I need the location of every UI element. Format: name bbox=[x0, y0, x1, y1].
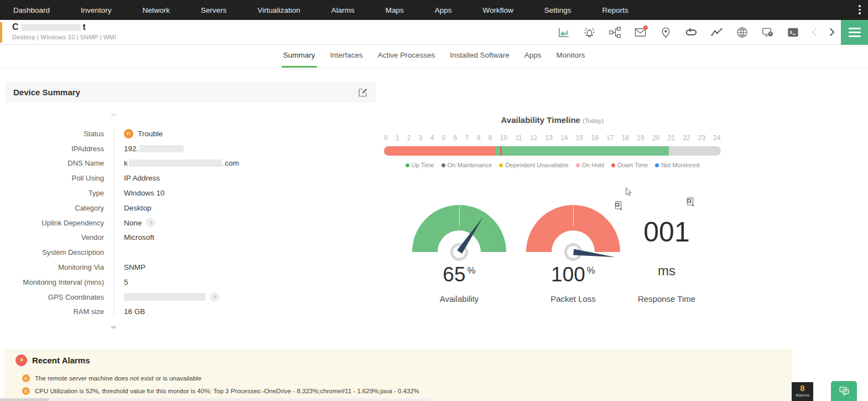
legend-item: On Maintenance bbox=[441, 162, 492, 168]
alarm-row[interactable]: !! CPU Utilization is 52%, threshold val… bbox=[22, 387, 419, 395]
timeline-title: Availability Timeline (Today) bbox=[384, 115, 721, 125]
legend-item: Down Time bbox=[611, 162, 648, 168]
alarm-message: CPU Utilization is 52%, threshold value … bbox=[35, 388, 419, 394]
field-label: Type bbox=[6, 189, 104, 197]
scroll-down-caret[interactable] bbox=[110, 326, 117, 329]
line-graph-icon[interactable] bbox=[710, 26, 723, 39]
availability-number: 65 bbox=[443, 263, 465, 286]
timeline-hour-label: 0 bbox=[384, 134, 388, 142]
tab-summary[interactable]: Summary bbox=[282, 51, 317, 68]
report-icon[interactable] bbox=[685, 197, 695, 207]
legend-item: On Hold bbox=[576, 162, 604, 168]
report-icon[interactable] bbox=[613, 200, 623, 211]
timeline-hours: 0123456789101112131415161718192021222324 bbox=[384, 134, 721, 142]
field-row-monvia: Monitoring Via SNMP bbox=[6, 260, 376, 275]
location-pin-icon[interactable] bbox=[659, 26, 672, 39]
timeline-hour-label: 1 bbox=[396, 134, 399, 142]
field-label: Monitoring Interval (mins) bbox=[6, 278, 104, 286]
tab-monitors[interactable]: Monitors bbox=[554, 51, 586, 68]
terminal-icon[interactable] bbox=[786, 26, 799, 39]
alarm-row[interactable]: !! The remote server machine does not ex… bbox=[22, 374, 201, 382]
alarm-severity-icon: !! bbox=[22, 387, 30, 395]
availability-value: 65% bbox=[412, 263, 506, 286]
nav-dashboard[interactable]: Dashboard bbox=[13, 6, 50, 14]
tab-apps[interactable]: Apps bbox=[523, 51, 543, 68]
timeline-hour-label: 21 bbox=[668, 134, 675, 142]
gauge-tick bbox=[573, 205, 574, 227]
alarm-count: 8 bbox=[792, 383, 813, 393]
legend-label: Dependent Unavailable bbox=[505, 162, 568, 168]
field-label: Poll Using bbox=[6, 174, 104, 182]
nav-settings[interactable]: Settings bbox=[544, 6, 571, 14]
more-menu-icon[interactable] bbox=[859, 5, 861, 14]
nav-alarms[interactable]: Alarms bbox=[331, 6, 355, 14]
timeline-period: (Today) bbox=[583, 117, 604, 124]
alarm-message: The remote server machine does not exist… bbox=[35, 375, 201, 382]
support-chat-button[interactable] bbox=[831, 381, 857, 401]
packet-loss-gauge bbox=[526, 205, 620, 252]
timeline-segment-down bbox=[384, 146, 496, 156]
availability-gauge bbox=[412, 205, 506, 252]
timeline-hour-label: 6 bbox=[454, 134, 458, 142]
legend-dot-icon bbox=[499, 163, 503, 167]
recent-alarms-title: Recent Alarms bbox=[32, 356, 90, 365]
tab-installed-software[interactable]: Installed Software bbox=[448, 51, 511, 68]
link-loop-icon[interactable] bbox=[684, 26, 698, 39]
nav-network[interactable]: Network bbox=[143, 6, 170, 14]
device-summary-header: Device Summary bbox=[6, 82, 376, 102]
performance-chart-icon[interactable] bbox=[557, 26, 570, 39]
mail-unread-badge bbox=[643, 25, 648, 30]
availability-label: Availability bbox=[412, 294, 506, 304]
timeline-hour-label: 9 bbox=[488, 134, 492, 142]
field-label: IPAddress bbox=[6, 145, 104, 153]
top-nav: Dashboard Inventory Network Servers Virt… bbox=[0, 0, 868, 20]
remote-session-icon[interactable] bbox=[761, 26, 774, 39]
nav-reports[interactable]: Reports bbox=[602, 6, 628, 14]
redacted-ip bbox=[139, 145, 184, 152]
field-label: GPS Coordinates bbox=[6, 293, 104, 301]
edit-icon[interactable] bbox=[358, 88, 368, 97]
help-icon[interactable]: ? bbox=[210, 292, 219, 301]
field-row-dns: DNS Name k.com bbox=[6, 156, 376, 171]
nav-maps[interactable]: Maps bbox=[386, 6, 404, 14]
nav-inventory[interactable]: Inventory bbox=[81, 6, 112, 14]
tab-active-processes[interactable]: Active Processes bbox=[376, 51, 437, 68]
globe-icon[interactable] bbox=[735, 26, 749, 39]
legend-label: On Hold bbox=[582, 162, 604, 168]
tab-interfaces[interactable]: Interfaces bbox=[329, 51, 365, 68]
timeline-hour-label: 12 bbox=[530, 134, 537, 142]
packet-loss-value: 100% bbox=[526, 263, 620, 286]
horizontal-scrollbar-thumb[interactable] bbox=[0, 398, 49, 401]
alarm-count-badge[interactable]: 8 Alarms bbox=[792, 382, 813, 401]
timeline-hour-label: 15 bbox=[576, 134, 583, 142]
timeline-hour-label: 17 bbox=[606, 134, 614, 142]
redacted-device-name bbox=[21, 24, 81, 31]
scroll-up-caret[interactable] bbox=[110, 113, 117, 116]
legend-label: Up Time bbox=[412, 162, 434, 168]
field-row-vendor: Vendor Microsoft bbox=[6, 230, 376, 245]
field-value: SNMP bbox=[124, 263, 145, 271]
hamburger-menu-button[interactable] bbox=[841, 20, 868, 45]
mail-notification-icon[interactable] bbox=[633, 26, 647, 39]
field-row-interval: Monitoring Interval (mins) 5 bbox=[6, 275, 376, 290]
timeline-hour-label: 8 bbox=[477, 134, 481, 142]
chevron-right-icon[interactable] bbox=[826, 27, 837, 38]
nav-apps[interactable]: Apps bbox=[435, 6, 452, 14]
field-label: RAM size bbox=[6, 307, 104, 316]
alarm-bell-icon[interactable] bbox=[583, 26, 596, 39]
nav-virtualization[interactable]: Virtualization bbox=[258, 6, 300, 14]
timeline-hour-label: 7 bbox=[465, 134, 469, 142]
device-summary-title: Device Summary bbox=[13, 88, 80, 97]
field-value: IP Address bbox=[124, 174, 160, 182]
help-icon[interactable]: ? bbox=[146, 218, 155, 227]
timeline-hour-label: 14 bbox=[560, 134, 568, 142]
packet-loss-unit: % bbox=[587, 265, 595, 276]
timeline-bar bbox=[384, 146, 721, 156]
nav-workflow[interactable]: Workflow bbox=[482, 6, 513, 14]
field-row-type: Type Windows 10 bbox=[6, 186, 376, 200]
chevron-left-icon[interactable] bbox=[809, 27, 820, 38]
topology-icon[interactable] bbox=[608, 26, 621, 39]
legend-item: Up Time bbox=[406, 162, 434, 168]
legend-dot-icon bbox=[441, 163, 445, 167]
nav-servers[interactable]: Servers bbox=[201, 6, 227, 14]
